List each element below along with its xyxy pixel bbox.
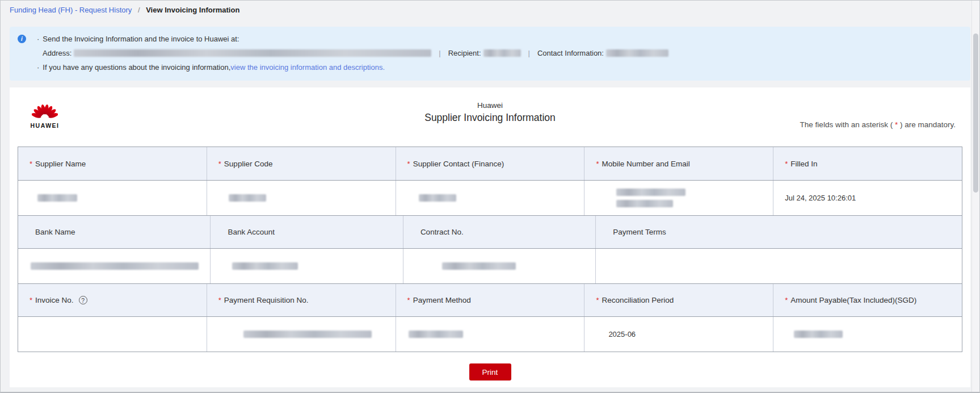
header-payment-method: * Payment Method: [396, 284, 584, 316]
note-suffix: ) are mandatory.: [898, 120, 956, 129]
required-asterisk: *: [407, 160, 410, 168]
required-asterisk: *: [218, 296, 221, 304]
required-asterisk: *: [596, 160, 599, 168]
mandatory-fields-note: The fields with an asterisk ( * ) are ma…: [800, 120, 956, 129]
actions-row: Print: [18, 363, 962, 381]
breadcrumb-parent-link[interactable]: Funding Head (FH) - Request History: [10, 6, 132, 14]
header-filled-in: * Filled In: [773, 147, 962, 180]
header-invoice-no: * Invoice No. ?: [18, 284, 207, 316]
required-asterisk: *: [30, 296, 32, 304]
info-icon: i: [18, 35, 26, 43]
value-mobile-email: [584, 181, 773, 215]
required-asterisk: *: [785, 296, 788, 304]
required-asterisk: *: [596, 296, 599, 304]
header-contract-no: * Contract No.: [403, 216, 595, 248]
divider: |: [528, 48, 530, 58]
header-payment-terms: * Payment Terms: [595, 216, 962, 248]
table-header-row-3: * Invoice No. ? * Payment Requisition No…: [18, 283, 962, 316]
redacted-value: [616, 200, 673, 207]
required-asterisk: *: [785, 160, 788, 168]
redacted-value: [616, 189, 685, 196]
value-amount-payable: [773, 317, 962, 352]
redacted-address: [74, 49, 431, 57]
document-header: HUAWEI Huawei Supplier Invoicing Informa…: [18, 87, 962, 147]
banner-send-text: Send the Invoicing Information and the i…: [43, 34, 239, 44]
redacted-value: [31, 262, 199, 270]
redacted-value: [442, 262, 516, 270]
redacted-value: [409, 331, 463, 338]
invoicing-table: * Supplier Name * Supplier Code * Suppli…: [18, 147, 962, 352]
value-contract-no: [403, 249, 595, 283]
breadcrumb: Funding Head (FH) - Request History / Vi…: [1, 1, 979, 19]
table-header-row-1: * Supplier Name * Supplier Code * Suppli…: [18, 147, 962, 180]
required-asterisk: *: [218, 160, 221, 168]
divider: |: [439, 48, 440, 58]
redacted-recipient: [483, 49, 521, 57]
value-invoice-no: [18, 317, 207, 352]
value-reconciliation-period: 2025-06: [584, 317, 773, 352]
banner-line-1: · Send the Invoicing Information and the…: [37, 34, 959, 44]
value-supplier-code: [207, 181, 396, 215]
value-payment-method: [396, 317, 584, 352]
vertical-scrollbar-track[interactable]: [971, 1, 979, 392]
table-data-row-3: 2025-06: [18, 316, 962, 352]
value-filled-in: Jul 24, 2025 10:26:01: [773, 181, 962, 215]
recipient-label: Recipient:: [448, 48, 481, 58]
banner-line-3: · If you have any questions about the in…: [37, 62, 959, 72]
redacted-contact-information: [606, 49, 668, 57]
header-supplier-contact: * Supplier Contact (Finance): [396, 147, 584, 180]
breadcrumb-separator: /: [138, 6, 140, 14]
breadcrumb-current: View Invoicing Information: [146, 6, 239, 14]
header-supplier-code: * Supplier Code: [207, 147, 396, 180]
page: Funding Head (FH) - Request History / Vi…: [0, 0, 980, 393]
bullet: ·: [37, 62, 39, 72]
header-payment-requisition-no: * Payment Requisition No.: [207, 284, 396, 316]
header-bank-name: * Bank Name: [18, 216, 210, 248]
help-icon[interactable]: ?: [79, 296, 87, 304]
vertical-scrollbar-thumb[interactable]: [973, 34, 978, 193]
value-supplier-contact: [396, 181, 584, 215]
value-payment-requisition-no: [207, 317, 396, 352]
header-amount-payable: * Amount Payable(Tax Included)(SGD): [773, 284, 962, 316]
redacted-value: [37, 194, 77, 202]
contact-information-label: Contact Information:: [537, 48, 604, 58]
value-supplier-name: [18, 181, 207, 215]
redacted-value: [419, 194, 456, 202]
questions-text: If you have any questions about the invo…: [43, 62, 230, 72]
table-data-row-1: Jul 24, 2025 10:26:01: [18, 180, 962, 215]
header-supplier-name: * Supplier Name: [18, 147, 207, 180]
note-prefix: The fields with an asterisk (: [800, 120, 895, 129]
invoicing-descriptions-link[interactable]: view the invoicing information and descr…: [230, 62, 385, 72]
print-button[interactable]: Print: [469, 363, 511, 381]
banner-line-2: Address: | Recipient: | Contact Informat…: [37, 48, 959, 58]
bullet: ·: [37, 34, 39, 44]
header-bank-account: * Bank Account: [210, 216, 402, 248]
required-asterisk: *: [407, 296, 410, 304]
company-name: Huawei: [18, 101, 962, 110]
table-header-row-2: * Bank Name * Bank Account * Contract No…: [18, 215, 962, 248]
redacted-value: [229, 194, 266, 202]
value-bank-account: [210, 249, 402, 283]
value-payment-terms: [595, 249, 962, 283]
invoicing-card: HUAWEI Huawei Supplier Invoicing Informa…: [10, 87, 970, 387]
redacted-value: [232, 262, 298, 270]
header-reconciliation-period: * Reconciliation Period: [584, 284, 773, 316]
info-banner: i · Send the Invoicing Information and t…: [10, 27, 970, 81]
redacted-value: [243, 331, 372, 338]
address-label: Address:: [43, 48, 71, 58]
header-mobile-email: * Mobile Number and Email: [584, 147, 773, 180]
required-asterisk: *: [30, 160, 32, 168]
redacted-value: [794, 331, 843, 338]
value-bank-name: [18, 249, 210, 283]
table-data-row-2: [18, 248, 962, 283]
